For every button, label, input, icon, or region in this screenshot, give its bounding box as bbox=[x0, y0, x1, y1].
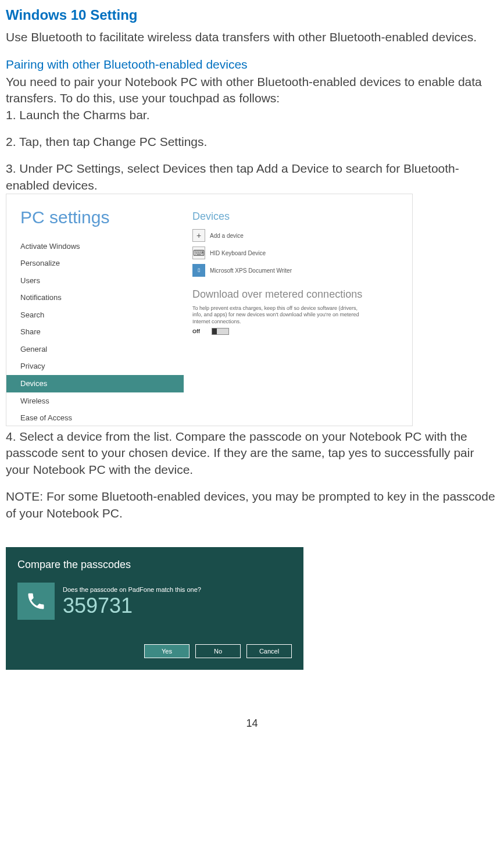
pairing-intro: You need to pair your Notebook PC with o… bbox=[6, 74, 498, 107]
no-button[interactable]: No bbox=[195, 644, 241, 658]
device-label: Microsoft XPS Document Writer bbox=[210, 267, 292, 275]
sidebar-item[interactable]: Notifications bbox=[6, 289, 184, 306]
pc-settings-title: PC settings bbox=[6, 206, 184, 230]
cancel-button[interactable]: Cancel bbox=[246, 644, 292, 658]
toggle-switch[interactable] bbox=[212, 328, 229, 335]
page-number: 14 bbox=[6, 716, 498, 730]
metered-description: To help prevent extra charges, keep this… bbox=[192, 305, 367, 326]
sidebar-item[interactable]: General bbox=[6, 341, 184, 358]
pairing-subheading: Pairing with other Bluetooth-enabled dev… bbox=[6, 56, 498, 73]
metered-toggle-row: Off bbox=[192, 328, 412, 335]
pc-settings-screenshot: PC settings Activate WindowsPersonalizeU… bbox=[6, 194, 413, 426]
intro-text: Use Bluetooth to facilitate wireless dat… bbox=[6, 29, 498, 45]
document-icon: ▯ bbox=[192, 264, 205, 277]
toggle-off-label: Off bbox=[192, 328, 200, 335]
add-device-label: Add a device bbox=[210, 232, 244, 240]
sidebar-item[interactable]: Activate Windows bbox=[6, 238, 184, 255]
sidebar-item[interactable]: Personalize bbox=[6, 255, 184, 272]
keyboard-icon: ⌨ bbox=[192, 247, 205, 259]
device-item-keyboard[interactable]: ⌨ HID Keyboard Device bbox=[192, 247, 412, 259]
passcode-number: 359731 bbox=[63, 595, 292, 616]
passcode-dialog: Compare the passcodes Does the passcode … bbox=[6, 547, 303, 669]
passcode-title: Compare the passcodes bbox=[17, 558, 292, 572]
sidebar-item[interactable]: Ease of Access bbox=[6, 409, 184, 426]
page-heading: Windows 10 Setting bbox=[6, 6, 498, 24]
pc-settings-sidebar: PC settings Activate WindowsPersonalizeU… bbox=[6, 194, 184, 426]
passcode-question: Does the passcode on PadFone match this … bbox=[63, 585, 292, 594]
metered-heading: Download over metered connections bbox=[192, 287, 412, 301]
device-label: HID Keyboard Device bbox=[210, 249, 266, 258]
step-4: 4. Select a device from the list. Compar… bbox=[6, 428, 498, 478]
sidebar-item[interactable]: Share bbox=[6, 323, 184, 341]
add-device-button[interactable]: + Add a device bbox=[192, 229, 412, 242]
sidebar-item[interactable]: Privacy bbox=[6, 358, 184, 375]
phone-icon-box bbox=[17, 583, 55, 620]
pc-settings-content: Devices + Add a device ⌨ HID Keyboard De… bbox=[184, 194, 412, 426]
device-item-xps[interactable]: ▯ Microsoft XPS Document Writer bbox=[192, 264, 412, 277]
sidebar-item[interactable]: Search bbox=[6, 306, 184, 324]
step-2: 2. Tap, then tap Change PC Settings. bbox=[6, 134, 498, 150]
phone-icon bbox=[26, 591, 47, 612]
plus-icon: + bbox=[192, 229, 205, 242]
sidebar-item[interactable]: Devices bbox=[6, 375, 184, 392]
sidebar-item[interactable]: Wireless bbox=[6, 392, 184, 410]
yes-button[interactable]: Yes bbox=[144, 644, 190, 658]
sidebar-item[interactable]: Users bbox=[6, 272, 184, 290]
step-3: 3. Under PC Settings, select Devices the… bbox=[6, 160, 498, 194]
devices-heading: Devices bbox=[192, 209, 412, 223]
note-text: NOTE: For some Bluetooth-enabled devices… bbox=[6, 488, 498, 522]
step-1: 1. Launch the Charms bar. bbox=[6, 107, 498, 123]
